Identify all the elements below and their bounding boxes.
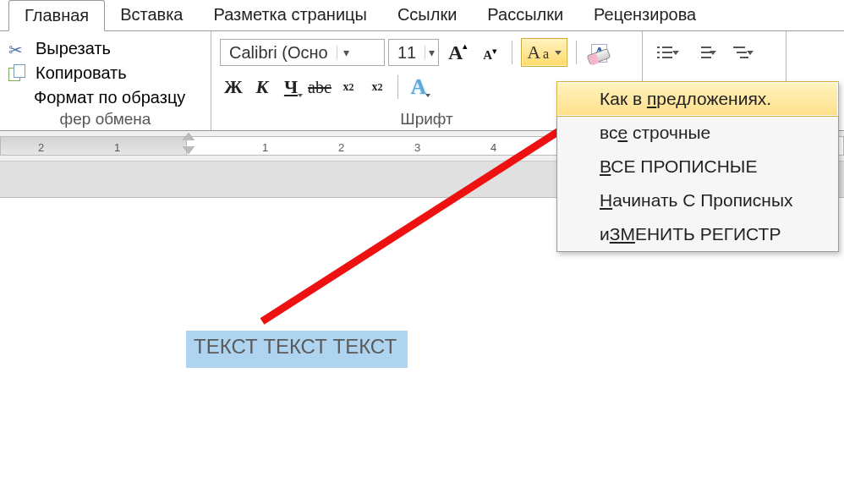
chevron-down-icon: ▾: [425, 46, 438, 59]
ruler-tick: 3: [414, 141, 420, 154]
indent-marker[interactable]: [183, 133, 195, 154]
numbering-icon: [694, 45, 706, 60]
cut-button[interactable]: ✂ Вырезать: [8, 36, 202, 61]
group-clipboard-title: фер обмена: [0, 110, 211, 129]
ruler-tick: 1: [262, 141, 268, 154]
ruler-tick: 2: [338, 141, 344, 154]
eraser-icon: [588, 48, 613, 65]
format-painter-label: Формат по образцу: [34, 88, 185, 107]
ruler-tick: 4: [491, 141, 496, 154]
multilevel-list-button[interactable]: [726, 38, 759, 67]
superscript-button[interactable]: x2: [364, 74, 391, 101]
tab-review[interactable]: Рецензирова: [578, 0, 711, 31]
strikethrough-button[interactable]: abc: [306, 74, 333, 101]
case-capitalize[interactable]: Начинать С Прописных: [557, 184, 838, 217]
case-uppercase[interactable]: ВСЕ ПРОПИСНЫЕ: [557, 150, 838, 184]
letter-a-large-icon: A: [448, 41, 463, 64]
tab-mailings[interactable]: Рассылки: [472, 0, 578, 31]
selected-text[interactable]: ТЕКСТ ТЕКСТ ТЕКСТ: [186, 331, 408, 368]
case-sentence[interactable]: Как в предложениях.: [556, 81, 839, 117]
separator: [512, 41, 512, 64]
bullets-button[interactable]: [651, 38, 685, 67]
grow-font-button[interactable]: A▴: [442, 38, 474, 67]
tab-home[interactable]: Главная: [8, 0, 105, 31]
ribbon-tabs: Главная Вставка Разметка страницы Ссылки…: [0, 0, 844, 31]
bullets-icon: [657, 45, 669, 60]
shrink-font-button[interactable]: A▾: [477, 38, 503, 67]
case-lowercase[interactable]: все строчные: [557, 116, 838, 150]
text-effects-button[interactable]: A: [405, 74, 432, 101]
bold-button[interactable]: Ж: [220, 74, 247, 101]
font-name-combo[interactable]: Calibri (Осно ▾: [220, 39, 385, 66]
cut-label: Вырезать: [36, 39, 111, 58]
scissors-icon: ✂: [8, 40, 29, 58]
separator: [576, 41, 577, 64]
case-toggle[interactable]: иЗМЕНИТЬ РЕГИСТР: [557, 217, 838, 251]
subscript-button[interactable]: x2: [335, 74, 362, 101]
italic-button[interactable]: К: [249, 74, 276, 101]
change-case-button[interactable]: Aa: [521, 38, 567, 67]
multilevel-icon: [732, 45, 743, 60]
tab-page-layout[interactable]: Разметка страницы: [198, 0, 381, 31]
letter-a-small-icon: A: [483, 43, 492, 63]
format-painter-button[interactable]: Формат по образцу: [8, 85, 202, 110]
separator: [397, 75, 398, 99]
copy-button[interactable]: Копировать: [8, 61, 202, 85]
copy-icon: [8, 64, 29, 83]
font-size-value: 11: [389, 43, 425, 63]
clear-formatting-button[interactable]: A: [585, 38, 613, 67]
underline-button[interactable]: Ч: [277, 74, 304, 101]
copy-label: Копировать: [36, 63, 127, 83]
group-clipboard: ✂ Вырезать Копировать Формат по образцу …: [0, 31, 211, 130]
ruler-tick: 2: [38, 141, 44, 154]
aa-icon: A: [527, 41, 540, 63]
brush-icon: [5, 85, 31, 111]
ruler-tick: 1: [114, 141, 120, 154]
tab-references[interactable]: Ссылки: [382, 0, 472, 31]
font-name-value: Calibri (Осно: [221, 43, 337, 63]
change-case-menu: Как в предложениях. все строчные ВСЕ ПРО…: [556, 81, 839, 252]
tab-insert[interactable]: Вставка: [105, 0, 198, 31]
numbering-button[interactable]: [688, 38, 722, 67]
chevron-down-icon: ▾: [337, 46, 355, 59]
font-size-combo[interactable]: 11 ▾: [388, 39, 439, 66]
